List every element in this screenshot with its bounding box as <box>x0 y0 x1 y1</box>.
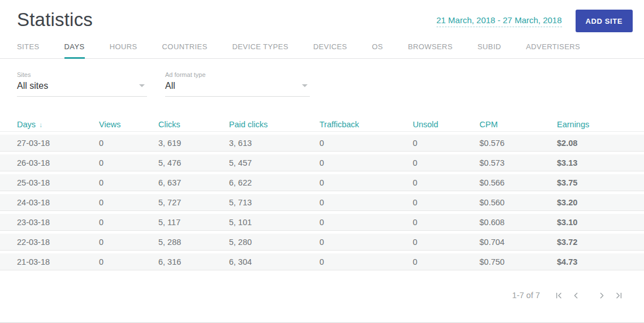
paid-clicks-cell: 6, 622 <box>229 174 319 191</box>
tab-os[interactable]: OS <box>372 42 383 58</box>
trafficback-cell: 0 <box>319 174 413 191</box>
table-row: 27-03-1803, 6193, 61300$0.576$2.08 <box>0 135 644 152</box>
trafficback-cell: 0 <box>319 253 413 270</box>
filters: Sites All sites Ad format type All <box>0 59 644 97</box>
table-body: 27-03-1803, 6193, 61300$0.576$2.0826-03-… <box>0 135 644 270</box>
column-header-cpm[interactable]: CPM <box>479 117 557 132</box>
column-header-earnings[interactable]: Earnings <box>557 117 644 132</box>
cpm-cell: $0.608 <box>479 214 557 231</box>
paid-clicks-cell: 5, 457 <box>229 154 319 171</box>
table-row: 23-03-1805, 1175, 10100$0.608$3.10 <box>0 214 644 231</box>
day-cell[interactable]: 27-03-18 <box>0 135 99 152</box>
earnings-cell: $4.73 <box>557 253 644 270</box>
trafficback-cell: 0 <box>319 214 413 231</box>
day-cell[interactable]: 24-03-18 <box>0 194 99 211</box>
column-header-unsold[interactable]: Unsold <box>413 117 479 132</box>
clicks-cell: 5, 727 <box>158 194 229 211</box>
page-header: Statistics 21 March, 2018 - 27 March, 20… <box>0 0 644 32</box>
day-cell[interactable]: 22-03-18 <box>0 234 99 251</box>
views-cell: 0 <box>99 214 158 231</box>
paid-clicks-cell: 5, 101 <box>229 214 319 231</box>
unsold-cell: 0 <box>413 135 479 152</box>
views-cell: 0 <box>99 253 158 270</box>
day-cell[interactable]: 25-03-18 <box>0 174 99 191</box>
clicks-cell: 5, 288 <box>158 234 229 251</box>
clicks-cell: 6, 316 <box>158 253 229 270</box>
dropdown-arrow-icon <box>139 84 145 87</box>
last-page-icon[interactable] <box>612 289 625 302</box>
day-cell[interactable]: 21-03-18 <box>0 253 99 270</box>
tab-subid[interactable]: SUBID <box>477 42 501 58</box>
cpm-cell: $0.576 <box>479 135 557 152</box>
add-site-button[interactable]: ADD SITE <box>576 10 633 32</box>
tab-days[interactable]: DAYS <box>64 42 85 58</box>
day-cell[interactable]: 23-03-18 <box>0 214 99 231</box>
paid-clicks-cell: 6, 304 <box>229 253 319 270</box>
sites-filter-value: All sites <box>17 81 147 91</box>
trafficback-cell: 0 <box>319 194 413 211</box>
column-header-views[interactable]: Views <box>99 117 158 132</box>
tab-countries[interactable]: COUNTRIES <box>162 42 208 58</box>
column-header-trafficback[interactable]: Trafficback <box>319 117 413 132</box>
ad-format-filter-value: All <box>165 81 310 91</box>
first-page-icon[interactable] <box>552 289 565 302</box>
table-row: 24-03-1805, 7275, 71300$0.560$3.20 <box>0 194 644 211</box>
unsold-cell: 0 <box>413 194 479 211</box>
earnings-cell: $3.75 <box>557 174 644 191</box>
column-header-clicks[interactable]: Clicks <box>158 117 229 132</box>
sites-filter-select[interactable]: Sites All sites <box>17 71 147 97</box>
header-right: 21 March, 2018 - 27 March, 2018 ADD SITE <box>436 10 633 32</box>
tab-devices[interactable]: DEVICES <box>313 42 347 58</box>
views-cell: 0 <box>99 194 158 211</box>
tab-hours[interactable]: HOURS <box>110 42 137 58</box>
clicks-cell: 5, 117 <box>158 214 229 231</box>
cpm-cell: $0.704 <box>479 234 557 251</box>
tab-bar: SITESDAYSHOURSCOUNTRIESDEVICE TYPESDEVIC… <box>0 42 644 59</box>
earnings-cell: $2.08 <box>557 135 644 152</box>
cpm-cell: $0.566 <box>479 174 557 191</box>
column-header-days[interactable]: Days↓ <box>0 117 99 132</box>
earnings-cell: $3.72 <box>557 234 644 251</box>
table-row: 21-03-1806, 3166, 30400$0.750$4.73 <box>0 253 644 270</box>
unsold-cell: 0 <box>413 154 479 171</box>
clicks-cell: 3, 619 <box>158 135 229 152</box>
paid-clicks-cell: 3, 613 <box>229 135 319 152</box>
sort-desc-icon: ↓ <box>39 121 42 129</box>
paid-clicks-cell: 5, 713 <box>229 194 319 211</box>
unsold-cell: 0 <box>413 174 479 191</box>
paid-clicks-cell: 5, 280 <box>229 234 319 251</box>
cpm-cell: $0.573 <box>479 154 557 171</box>
statistics-page: { "page": { "title": "Statistics", "date… <box>0 0 644 323</box>
dropdown-arrow-icon <box>302 84 308 87</box>
table-row: 22-03-1805, 2885, 28000$0.704$3.72 <box>0 234 644 251</box>
tab-advertisers[interactable]: ADVERTISERS <box>526 42 580 58</box>
views-cell: 0 <box>99 135 158 152</box>
stats-table: Days↓ViewsClicksPaid clicksTrafficbackUn… <box>0 114 644 273</box>
tab-browsers[interactable]: BROWSERS <box>408 42 452 58</box>
unsold-cell: 0 <box>413 234 479 251</box>
unsold-cell: 0 <box>413 253 479 270</box>
ad-format-filter-select[interactable]: Ad format type All <box>165 71 310 97</box>
views-cell: 0 <box>99 154 158 171</box>
tab-device-types[interactable]: DEVICE TYPES <box>232 42 288 58</box>
trafficback-cell: 0 <box>319 135 413 152</box>
prev-page-icon[interactable] <box>569 289 582 302</box>
cpm-cell: $0.560 <box>479 194 557 211</box>
column-header-paid-clicks[interactable]: Paid clicks <box>229 117 319 132</box>
clicks-cell: 6, 637 <box>158 174 229 191</box>
trafficback-cell: 0 <box>319 154 413 171</box>
next-page-icon[interactable] <box>595 289 608 302</box>
cpm-cell: $0.750 <box>479 253 557 270</box>
unsold-cell: 0 <box>413 214 479 231</box>
tab-sites[interactable]: SITES <box>17 42 40 58</box>
views-cell: 0 <box>99 174 158 191</box>
earnings-cell: $3.13 <box>557 154 644 171</box>
views-cell: 0 <box>99 234 158 251</box>
day-cell[interactable]: 26-03-18 <box>0 154 99 171</box>
table-row: 25-03-1806, 6376, 62200$0.566$3.75 <box>0 174 644 191</box>
pagination-range-label: 1-7 of 7 <box>512 291 540 300</box>
table-row: 26-03-1805, 4765, 45700$0.573$3.13 <box>0 154 644 171</box>
pagination: 1-7 of 7 <box>0 289 644 302</box>
date-range-link[interactable]: 21 March, 2018 - 27 March, 2018 <box>436 15 562 27</box>
earnings-cell: $3.10 <box>557 214 644 231</box>
